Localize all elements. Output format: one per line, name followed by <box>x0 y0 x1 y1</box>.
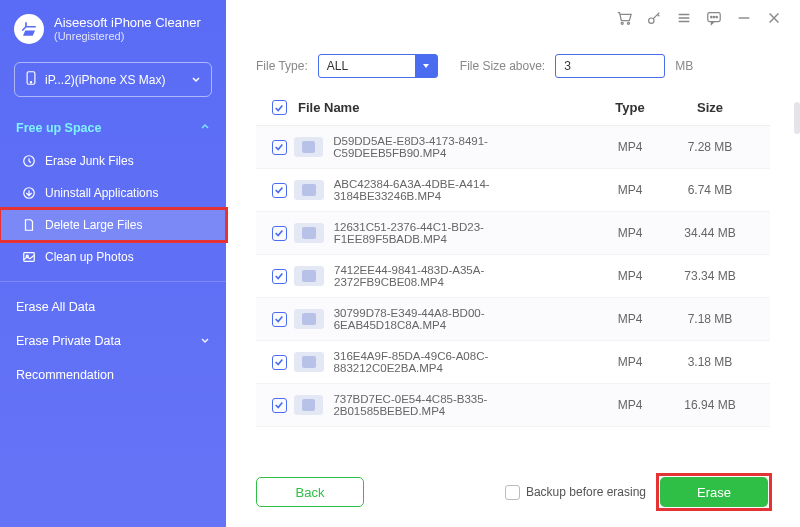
file-type-label: File Type: <box>256 59 308 73</box>
back-button[interactable]: Back <box>256 477 364 507</box>
close-icon[interactable] <box>766 10 782 26</box>
file-size: 7.18 MB <box>666 312 754 326</box>
file-type: MP4 <box>594 183 666 197</box>
select-all-checkbox[interactable] <box>272 100 287 115</box>
table-row[interactable]: 7412EE44-9841-483D-A35A-2372FB9CBE08.MP4… <box>256 255 770 298</box>
minimize-icon[interactable] <box>736 10 752 26</box>
app-header: Aiseesoft iPhone Cleaner (Unregistered) <box>0 0 226 54</box>
header-type: Type <box>594 100 666 115</box>
svg-point-6 <box>621 22 623 24</box>
table-body: D59DD5AE-E8D3-4173-8491-C59DEEB5FB90.MP4… <box>256 126 770 461</box>
clock-icon <box>22 154 36 168</box>
row-checkbox[interactable] <box>272 398 287 413</box>
table-row[interactable]: ABC42384-6A3A-4DBE-A414-3184BE33246B.MP4… <box>256 169 770 212</box>
app-subtitle: Cleaner <box>155 15 201 30</box>
svg-point-12 <box>716 16 717 17</box>
backup-checkbox[interactable] <box>505 485 520 500</box>
file-size: 7.28 MB <box>666 140 754 154</box>
video-thumb-icon <box>294 395 323 415</box>
file-name: 30799D78-E349-44A8-BD00-6EAB45D18C8A.MP4 <box>334 307 594 331</box>
app-title: Aiseesoft iPhone <box>54 15 152 30</box>
video-thumb-icon <box>294 352 324 372</box>
device-selector[interactable]: iP...2)(iPhone XS Max) <box>14 62 212 97</box>
video-thumb-icon <box>294 309 324 329</box>
file-size: 3.18 MB <box>666 355 754 369</box>
row-checkbox[interactable] <box>272 355 287 370</box>
video-thumb-icon <box>294 223 324 243</box>
section-erase-all[interactable]: Erase All Data <box>0 290 226 324</box>
svg-point-10 <box>711 16 712 17</box>
app-logo-icon <box>14 14 44 44</box>
size-unit: MB <box>675 59 693 73</box>
dropdown-icon <box>415 55 437 77</box>
phone-icon <box>25 71 37 88</box>
file-name: 316E4A9F-85DA-49C6-A08C-883212C0E2BA.MP4 <box>334 350 594 374</box>
chevron-down-icon <box>191 73 201 87</box>
photo-icon <box>22 250 36 264</box>
sidebar: Aiseesoft iPhone Cleaner (Unregistered) … <box>0 0 226 527</box>
file-name: 7412EE44-9841-483D-A35A-2372FB9CBE08.MP4 <box>334 264 594 288</box>
scrollbar-thumb[interactable] <box>794 102 800 134</box>
uninstall-icon <box>22 186 36 200</box>
file-size: 6.74 MB <box>666 183 754 197</box>
device-label: iP...2)(iPhone XS Max) <box>45 73 166 87</box>
file-table: File Name Type Size D59DD5AE-E8D3-4173-8… <box>226 90 800 461</box>
sidebar-item-clean-photos[interactable]: Clean up Photos <box>0 241 226 273</box>
section-free-up-space[interactable]: Free up Space <box>0 111 226 145</box>
footer-bar: Back Backup before erasing Erase <box>226 461 800 527</box>
row-checkbox[interactable] <box>272 183 287 198</box>
table-row[interactable]: 316E4A9F-85DA-49C6-A08C-883212C0E2BA.MP4… <box>256 341 770 384</box>
file-name: ABC42384-6A3A-4DBE-A414-3184BE33246B.MP4 <box>334 178 594 202</box>
section-recommendation[interactable]: Recommendation <box>0 358 226 392</box>
cart-icon[interactable] <box>616 10 632 26</box>
row-checkbox[interactable] <box>272 226 287 241</box>
svg-point-1 <box>30 82 31 83</box>
row-checkbox[interactable] <box>272 140 287 155</box>
app-status: (Unregistered) <box>54 30 201 42</box>
file-size: 73.34 MB <box>666 269 754 283</box>
file-size: 16.94 MB <box>666 398 754 412</box>
file-name: D59DD5AE-E8D3-4173-8491-C59DEEB5FB90.MP4 <box>333 135 594 159</box>
table-row[interactable]: 12631C51-2376-44C1-BD23-F1EE89F5BADB.MP4… <box>256 212 770 255</box>
sidebar-item-uninstall[interactable]: Uninstall Applications <box>0 177 226 209</box>
table-row[interactable]: 30799D78-E349-44A8-BD00-6EAB45D18C8A.MP4… <box>256 298 770 341</box>
file-name: 12631C51-2376-44C1-BD23-F1EE89F5BADB.MP4 <box>334 221 594 245</box>
sidebar-item-erase-junk[interactable]: Erase Junk Files <box>0 145 226 177</box>
video-thumb-icon <box>294 137 323 157</box>
video-thumb-icon <box>294 180 324 200</box>
chevron-up-icon <box>200 121 210 135</box>
file-name: 737BD7EC-0E54-4C85-B335-2B01585BEBED.MP4 <box>333 393 594 417</box>
file-icon <box>22 218 36 232</box>
file-type: MP4 <box>594 312 666 326</box>
file-type: MP4 <box>594 226 666 240</box>
file-type: MP4 <box>594 140 666 154</box>
file-type: MP4 <box>594 355 666 369</box>
header-filename: File Name <box>294 100 594 115</box>
erase-button[interactable]: Erase <box>660 477 768 507</box>
file-size-input[interactable]: 3 <box>555 54 665 78</box>
key-icon[interactable] <box>646 10 662 26</box>
titlebar <box>226 0 800 36</box>
file-type: MP4 <box>594 269 666 283</box>
feedback-icon[interactable] <box>706 10 722 26</box>
svg-point-11 <box>713 16 714 17</box>
file-size: 34.44 MB <box>666 226 754 240</box>
header-size: Size <box>666 100 754 115</box>
section-erase-private[interactable]: Erase Private Data <box>0 324 226 358</box>
sidebar-item-delete-large[interactable]: Delete Large Files <box>0 209 226 241</box>
table-row[interactable]: D59DD5AE-E8D3-4173-8491-C59DEEB5FB90.MP4… <box>256 126 770 169</box>
table-header: File Name Type Size <box>256 90 770 126</box>
chevron-down-icon <box>200 334 210 348</box>
menu-icon[interactable] <box>676 10 692 26</box>
table-row[interactable]: 737BD7EC-0E54-4C85-B335-2B01585BEBED.MP4… <box>256 384 770 427</box>
filter-bar: File Type: ALL File Size above: 3 MB <box>226 36 800 90</box>
svg-point-7 <box>627 22 629 24</box>
backup-label: Backup before erasing <box>526 485 646 499</box>
file-size-label: File Size above: <box>460 59 545 73</box>
main-panel: File Type: ALL File Size above: 3 MB Fil… <box>226 0 800 527</box>
row-checkbox[interactable] <box>272 312 287 327</box>
row-checkbox[interactable] <box>272 269 287 284</box>
file-type-select[interactable]: ALL <box>318 54 438 78</box>
file-type: MP4 <box>594 398 666 412</box>
video-thumb-icon <box>294 266 324 286</box>
